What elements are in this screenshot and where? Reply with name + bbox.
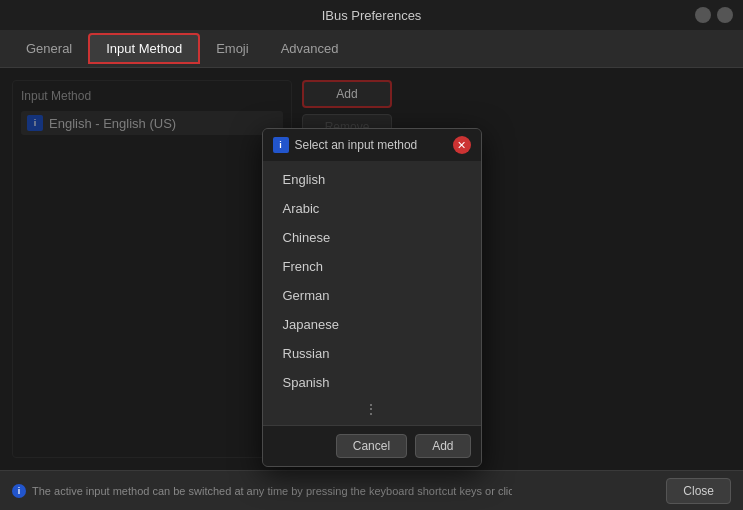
- modal-footer: Cancel Add: [263, 425, 481, 466]
- title-bar: IBus Preferences: [0, 0, 743, 30]
- tab-general[interactable]: General: [10, 35, 88, 62]
- list-item-german[interactable]: German: [263, 281, 481, 310]
- modal-header: i Select an input method ✕: [263, 129, 481, 161]
- list-item-english[interactable]: English: [263, 165, 481, 194]
- list-item-french[interactable]: French: [263, 252, 481, 281]
- info-icon: i: [12, 484, 26, 498]
- modal-overlay: i Select an input method ✕ English Arabi…: [0, 68, 743, 470]
- list-item-chinese[interactable]: Chinese: [263, 223, 481, 252]
- select-input-method-dialog: i Select an input method ✕ English Arabi…: [262, 128, 482, 467]
- title-bar-controls: [695, 7, 733, 23]
- minimize-button[interactable]: [695, 7, 711, 23]
- list-item-russian[interactable]: Russian: [263, 339, 481, 368]
- more-languages-indicator[interactable]: ⋮: [263, 397, 481, 421]
- tab-input-method[interactable]: Input Method: [88, 33, 200, 64]
- footer-note: i The active input method can be switche…: [12, 484, 512, 498]
- modal-header-content: i Select an input method: [273, 137, 418, 153]
- app-footer: i The active input method can be switche…: [0, 470, 743, 510]
- tab-emoji[interactable]: Emoji: [200, 35, 265, 62]
- window-title: IBus Preferences: [322, 8, 422, 23]
- modal-cancel-button[interactable]: Cancel: [336, 434, 407, 458]
- language-list: English Arabic Chinese French German Jap…: [263, 161, 481, 425]
- list-item-japanese[interactable]: Japanese: [263, 310, 481, 339]
- main-area: Input Method i English - English (US) Ad…: [0, 68, 743, 470]
- modal-title: Select an input method: [295, 138, 418, 152]
- footer-text: The active input method can be switched …: [32, 485, 512, 497]
- close-button[interactable]: Close: [666, 478, 731, 504]
- tab-bar: General Input Method Emoji Advanced: [0, 30, 743, 68]
- modal-ibus-icon: i: [273, 137, 289, 153]
- modal-close-button[interactable]: ✕: [453, 136, 471, 154]
- close-window-button[interactable]: [717, 7, 733, 23]
- tab-advanced[interactable]: Advanced: [265, 35, 355, 62]
- list-item-arabic[interactable]: Arabic: [263, 194, 481, 223]
- modal-add-button[interactable]: Add: [415, 434, 470, 458]
- list-item-spanish[interactable]: Spanish: [263, 368, 481, 397]
